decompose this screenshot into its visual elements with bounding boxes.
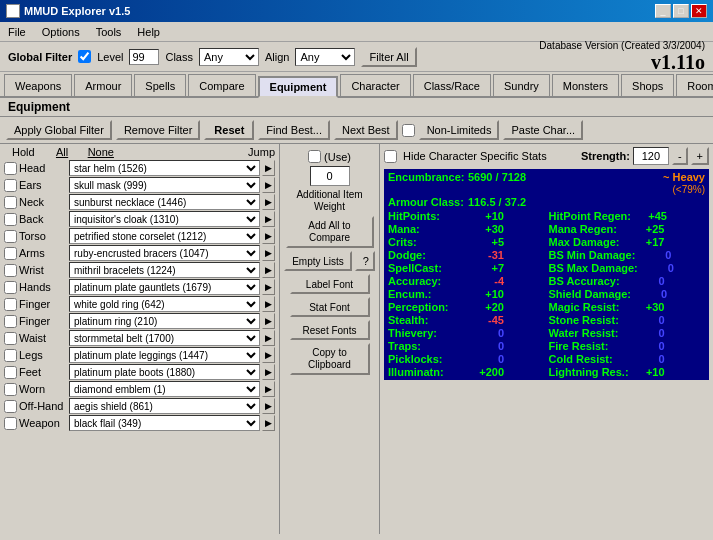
slot-arrow-btn-7[interactable]: ▶: [262, 279, 275, 295]
strength-input[interactable]: [633, 147, 669, 165]
slot-checkbox-9[interactable]: [4, 315, 17, 328]
slot-select-4[interactable]: petrified stone corselet (1212): [69, 228, 260, 244]
slot-select-7[interactable]: platinum plate gauntlets (1679): [69, 279, 260, 295]
slot-arrow-btn-13[interactable]: ▶: [262, 381, 275, 397]
stat-val-right-11: 0: [629, 353, 665, 365]
align-select[interactable]: Any: [295, 48, 355, 66]
find-best-button[interactable]: Find Best...: [258, 120, 330, 140]
slot-select-6[interactable]: mithril bracelets (1224): [69, 262, 260, 278]
slot-checkbox-13[interactable]: [4, 383, 17, 396]
slot-select-13[interactable]: diamond emblem (1): [69, 381, 260, 397]
slot-select-14[interactable]: aegis shield (861): [69, 398, 260, 414]
remove-filter-button[interactable]: Remove Filter: [116, 120, 200, 140]
filter-all-button[interactable]: Filter All: [361, 47, 416, 67]
strength-plus-button[interactable]: +: [691, 147, 709, 165]
slot-select-8[interactable]: white gold ring (642): [69, 296, 260, 312]
non-limiteds-checkbox[interactable]: [402, 124, 415, 137]
reset-fonts-button[interactable]: Reset Fonts: [290, 320, 370, 340]
tab-spells[interactable]: Spells: [134, 74, 186, 96]
slot-checkbox-7[interactable]: [4, 281, 17, 294]
slot-select-12[interactable]: platinum plate boots (1880): [69, 364, 260, 380]
slot-select-10[interactable]: stormmetal belt (1700): [69, 330, 260, 346]
slot-arrow-btn-3[interactable]: ▶: [262, 211, 275, 227]
label-font-button[interactable]: Label Font: [290, 274, 370, 294]
class-select[interactable]: Any: [199, 48, 259, 66]
list-item: Lightning Res.:+10: [549, 366, 706, 378]
menu-help[interactable]: Help: [133, 25, 164, 39]
slot-arrow-btn-9[interactable]: ▶: [262, 313, 275, 329]
tab-equipment[interactable]: Equipment: [258, 76, 339, 98]
slot-select-9[interactable]: platinum ring (210): [69, 313, 260, 329]
level-input[interactable]: [129, 49, 159, 65]
paste-char-button[interactable]: Paste Char...: [503, 120, 583, 140]
slot-select-1[interactable]: skull mask (999): [69, 177, 260, 193]
slot-checkbox-14[interactable]: [4, 400, 17, 413]
slot-arrow-btn-5[interactable]: ▶: [262, 245, 275, 261]
slot-arrow-btn-1[interactable]: ▶: [262, 177, 275, 193]
slot-select-3[interactable]: inquisitor's cloak (1310): [69, 211, 260, 227]
add-all-compare-button[interactable]: Add All to Compare: [286, 216, 374, 248]
slot-select-11[interactable]: platinum plate leggings (1447): [69, 347, 260, 363]
slot-select-15[interactable]: black flail (349): [69, 415, 260, 431]
help-button[interactable]: ?: [355, 251, 375, 271]
strength-minus-button[interactable]: -: [672, 147, 688, 165]
slot-checkbox-3[interactable]: [4, 213, 17, 226]
slot-arrow-btn-15[interactable]: ▶: [262, 415, 275, 431]
tab-monsters[interactable]: Monsters: [552, 74, 619, 96]
minimize-button[interactable]: _: [655, 4, 671, 18]
slot-arrow-btn-14[interactable]: ▶: [262, 398, 275, 414]
use-checkbox[interactable]: [308, 150, 321, 163]
menu-tools[interactable]: Tools: [92, 25, 126, 39]
slot-arrow-btn-2[interactable]: ▶: [262, 194, 275, 210]
non-limiteds-button[interactable]: Non-Limiteds: [419, 120, 500, 140]
tab-compare[interactable]: Compare: [188, 74, 255, 96]
slot-select-0[interactable]: star helm (1526): [69, 160, 260, 176]
slot-checkbox-8[interactable]: [4, 298, 17, 311]
slot-arrow-btn-11[interactable]: ▶: [262, 347, 275, 363]
slot-checkbox-0[interactable]: [4, 162, 17, 175]
jump-label: Jump: [236, 146, 275, 158]
slot-checkbox-10[interactable]: [4, 332, 17, 345]
next-best-button[interactable]: Next Best: [334, 120, 398, 140]
none-btn[interactable]: None: [81, 146, 120, 158]
slot-arrow-btn-4[interactable]: ▶: [262, 228, 275, 244]
apply-filter-button[interactable]: Apply Global Filter: [6, 120, 112, 140]
menu-file[interactable]: File: [4, 25, 30, 39]
slot-checkbox-12[interactable]: [4, 366, 17, 379]
slot-checkbox-2[interactable]: [4, 196, 17, 209]
slot-select-5[interactable]: ruby-encrusted bracers (1047): [69, 245, 260, 261]
tab-armour[interactable]: Armour: [74, 74, 132, 96]
stat-name-left-0: HitPoints:: [388, 210, 468, 222]
slot-arrow-btn-6[interactable]: ▶: [262, 262, 275, 278]
empty-lists-button[interactable]: Empty Lists: [284, 251, 352, 271]
slot-label-3: Back: [19, 213, 67, 225]
slot-label-5: Arms: [19, 247, 67, 259]
slot-checkbox-1[interactable]: [4, 179, 17, 192]
slot-arrow-btn-0[interactable]: ▶: [262, 160, 275, 176]
tab-weapons[interactable]: Weapons: [4, 74, 72, 96]
slot-checkbox-11[interactable]: [4, 349, 17, 362]
menu-options[interactable]: Options: [38, 25, 84, 39]
hide-char-stats-checkbox[interactable]: [384, 150, 397, 163]
close-button[interactable]: ✕: [691, 4, 707, 18]
slot-checkbox-15[interactable]: [4, 417, 17, 430]
slot-arrow-btn-12[interactable]: ▶: [262, 364, 275, 380]
slot-checkbox-5[interactable]: [4, 247, 17, 260]
slot-checkbox-4[interactable]: [4, 230, 17, 243]
tab-shops[interactable]: Shops: [621, 74, 674, 96]
tab-sundry[interactable]: Sundry: [493, 74, 550, 96]
global-filter-checkbox[interactable]: [78, 50, 91, 63]
slot-checkbox-6[interactable]: [4, 264, 17, 277]
slot-arrow-btn-8[interactable]: ▶: [262, 296, 275, 312]
copy-clipboard-button[interactable]: Copy to Clipboard: [290, 343, 370, 375]
maximize-button[interactable]: □: [673, 4, 689, 18]
all-btn[interactable]: All: [43, 146, 82, 158]
tab-class-race[interactable]: Class/Race: [413, 74, 491, 96]
slot-select-2[interactable]: sunburst necklace (1446): [69, 194, 260, 210]
tab-rooms[interactable]: Rooms: [676, 74, 713, 96]
slot-arrow-btn-10[interactable]: ▶: [262, 330, 275, 346]
stat-val-left-9: 0: [468, 327, 504, 339]
reset-button[interactable]: Reset: [204, 120, 254, 140]
stat-font-button[interactable]: Stat Font: [290, 297, 370, 317]
tab-character[interactable]: Character: [340, 74, 410, 96]
